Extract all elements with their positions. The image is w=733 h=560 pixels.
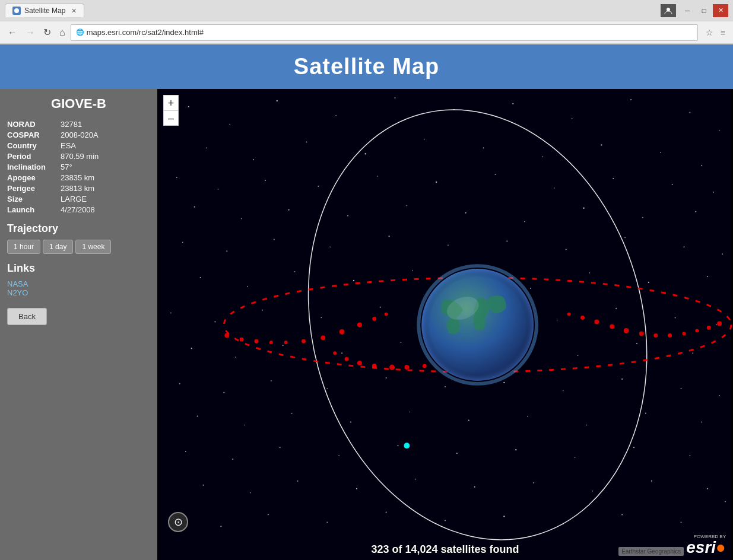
- back-button[interactable]: Back: [7, 308, 47, 325]
- apogee-label: Apogee: [7, 173, 61, 182]
- launch-label: Launch: [7, 205, 61, 214]
- maximize-button[interactable]: □: [696, 4, 712, 17]
- bookmark-button[interactable]: ☆: [703, 27, 716, 39]
- trajectory-1week-button[interactable]: 1 week: [75, 240, 111, 254]
- n2yo-link[interactable]: N2YO: [7, 288, 150, 297]
- svg-point-118: [203, 485, 204, 486]
- svg-point-240: [333, 351, 337, 355]
- size-label: Size: [7, 195, 61, 203]
- svg-point-27: [318, 186, 319, 187]
- svg-point-222: [302, 339, 306, 343]
- svg-point-81: [401, 342, 402, 343]
- svg-point-226: [372, 317, 376, 321]
- country-label: Country: [7, 141, 61, 150]
- svg-point-33: [672, 184, 673, 185]
- svg-point-14: [206, 148, 207, 149]
- svg-point-99: [244, 425, 245, 426]
- svg-point-243: [372, 364, 377, 368]
- refresh-nav-button[interactable]: ↻: [40, 26, 54, 39]
- svg-point-92: [445, 386, 446, 387]
- svg-point-22: [660, 152, 661, 154]
- svg-point-47: [274, 239, 275, 240]
- svg-point-111: [338, 455, 339, 456]
- navigation-bar: ← → ↻ ⌂ 🌐 maps.esri.com/rc/sat2/index.ht…: [0, 21, 733, 44]
- svg-point-60: [412, 270, 414, 271]
- svg-point-25: [218, 189, 219, 190]
- svg-point-103: [468, 419, 469, 421]
- svg-point-135: [503, 516, 504, 517]
- map-area[interactable]: + – ⊙ 323 of 14,024 satellites found Ear…: [157, 89, 733, 560]
- browser-tab[interactable]: Satellite Map ✕: [5, 4, 84, 17]
- svg-point-42: [583, 208, 584, 209]
- compass-arrow: ⊙: [174, 516, 183, 529]
- svg-point-89: [271, 380, 272, 381]
- svg-point-69: [321, 317, 322, 319]
- svg-point-84: [577, 355, 579, 356]
- svg-point-221: [284, 341, 288, 344]
- svg-point-219: [255, 339, 259, 343]
- svg-point-109: [232, 459, 233, 460]
- satellite-info: NORAD 32781 COSPAR 2008-020A Country ESA…: [7, 120, 150, 214]
- perigee-value: 23813 km: [61, 184, 94, 193]
- close-button[interactable]: ✕: [713, 4, 728, 17]
- apogee-value: 23835 km: [61, 173, 94, 182]
- svg-point-11: [630, 99, 632, 100]
- svg-point-41: [524, 221, 525, 222]
- svg-point-93: [503, 382, 504, 383]
- esri-logo: esri●: [686, 539, 726, 556]
- period-label: Period: [7, 152, 61, 161]
- window-controls: ─ □ ✕: [661, 4, 728, 17]
- address-bar[interactable]: 🌐 maps.esri.com/rc/sat2/index.html#: [71, 24, 698, 41]
- svg-point-16: [306, 142, 307, 143]
- svg-point-54: [683, 246, 684, 247]
- period-value: 870.59 min: [61, 152, 99, 161]
- url-text: maps.esri.com/rc/sat2/index.html#: [87, 28, 693, 37]
- trajectory-1hour-button[interactable]: 1 hour: [7, 240, 40, 254]
- tab-close-button[interactable]: ✕: [71, 7, 77, 15]
- svg-point-220: [269, 341, 273, 344]
- svg-point-46: [226, 250, 227, 252]
- trajectory-1day-button[interactable]: 1 day: [43, 240, 73, 254]
- back-nav-button[interactable]: ←: [5, 26, 20, 39]
- svg-point-6: [335, 115, 337, 116]
- inclination-value: 57°: [61, 163, 72, 171]
- svg-point-217: [224, 333, 229, 338]
- svg-point-98: [197, 416, 198, 417]
- zoom-out-button[interactable]: –: [163, 110, 179, 126]
- svg-point-36: [241, 218, 242, 219]
- svg-point-38: [347, 215, 348, 217]
- svg-point-132: [326, 522, 328, 523]
- svg-point-235: [668, 333, 672, 338]
- svg-point-50: [448, 245, 449, 246]
- url-icon: 🌐: [76, 28, 84, 36]
- satellite-name: GIOVE-B: [7, 96, 150, 112]
- svg-point-45: [182, 242, 183, 243]
- svg-point-230: [594, 320, 599, 324]
- home-nav-button[interactable]: ⌂: [56, 26, 68, 39]
- svg-point-32: [613, 178, 614, 179]
- svg-point-224: [339, 329, 345, 335]
- svg-point-24: [176, 177, 177, 178]
- svg-point-223: [321, 335, 325, 340]
- svg-point-74: [615, 308, 617, 309]
- zoom-in-button[interactable]: +: [163, 95, 179, 110]
- svg-point-108: [185, 451, 186, 452]
- svg-point-227: [385, 313, 388, 316]
- menu-button[interactable]: ≡: [718, 27, 728, 39]
- svg-point-37: [288, 209, 290, 211]
- cospar-value: 2008-020A: [61, 131, 99, 139]
- svg-point-119: [250, 492, 251, 494]
- size-value: LARGE: [61, 195, 87, 203]
- svg-point-244: [389, 365, 395, 370]
- svg-point-10: [572, 118, 573, 119]
- nasa-link[interactable]: NASA: [7, 279, 150, 288]
- earthstar-geographics-label: Earthstar Geographics: [618, 547, 684, 556]
- minimize-button[interactable]: ─: [680, 4, 695, 17]
- svg-point-31: [554, 187, 555, 189]
- forward-nav-button[interactable]: →: [23, 26, 38, 39]
- svg-point-238: [707, 326, 711, 330]
- inclination-label: Inclination: [7, 163, 61, 171]
- svg-point-236: [682, 332, 686, 335]
- svg-point-94: [563, 390, 564, 392]
- cospar-row: COSPAR 2008-020A: [7, 131, 150, 139]
